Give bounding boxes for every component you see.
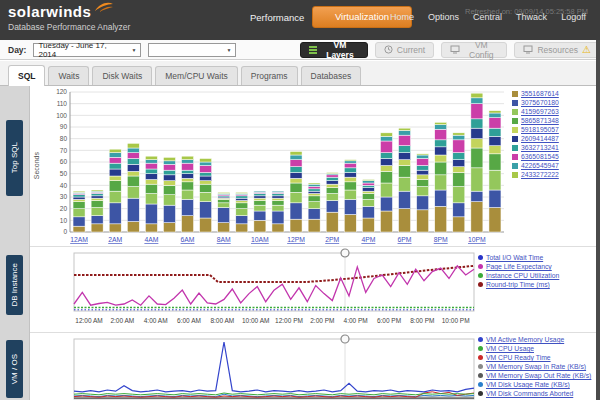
- legend-item[interactable]: 6365081545: [512, 152, 600, 161]
- x-axis-link[interactable]: 2PM: [325, 236, 339, 243]
- header-link-home[interactable]: Home: [390, 12, 414, 22]
- legend-label: VM Memory Swap In Rate (KB/s): [486, 363, 586, 370]
- tab-waits[interactable]: Waits: [48, 66, 89, 85]
- tab-databases[interactable]: Databases: [301, 66, 362, 85]
- svg-text:6:00 AM: 6:00 AM: [177, 317, 201, 324]
- vm-os-chart[interactable]: [30, 333, 478, 400]
- svg-text:10:00 AM: 10:00 AM: [242, 317, 269, 324]
- x-axis-link[interactable]: 6AM: [181, 236, 195, 243]
- legend-label: 2609414487: [521, 135, 559, 142]
- dot-marker-icon: [478, 273, 483, 278]
- app-window: solarwinds Database Performance Analyzer…: [0, 0, 600, 400]
- vm-os-legend: VM Active Memory UsageVM CPU UsageVM CPU…: [478, 333, 600, 400]
- x-axis-link[interactable]: 4AM: [144, 236, 158, 243]
- legend-item[interactable]: VM Disk Usage Rate (KB/s): [478, 380, 600, 389]
- dot-marker-icon: [478, 355, 483, 360]
- filter-select[interactable]: ▼: [148, 43, 236, 57]
- legend-label: VM Disk Usage Rate (KB/s): [486, 381, 570, 388]
- square-marker-icon: [512, 91, 518, 97]
- x-axis-link[interactable]: 10PM: [468, 236, 486, 243]
- x-axis-link[interactable]: 10AM: [251, 236, 269, 243]
- legend-item[interactable]: VM Disk Commands Aborted: [478, 389, 600, 398]
- scrollbar[interactable]: [596, 40, 600, 400]
- svg-text:2:00 AM: 2:00 AM: [110, 317, 134, 324]
- legend-item[interactable]: 2433272222: [512, 170, 600, 179]
- day-select[interactable]: Tuesday - June 17, 2014 ▼: [33, 43, 141, 57]
- y-axis-title: Seconds: [30, 86, 42, 246]
- row-label-db-instance: DB Instance: [6, 255, 23, 315]
- row-label-vm-os: VM / OS: [6, 340, 23, 398]
- x-axis-link[interactable]: 6PM: [398, 236, 412, 243]
- legend-label: 2433272222: [521, 171, 559, 178]
- legend-item[interactable]: 3551687614: [512, 89, 600, 98]
- view-button-label: Current: [397, 45, 425, 55]
- svg-text:8:00 PM: 8:00 PM: [410, 317, 434, 324]
- legend-label: 3075670180: [521, 99, 559, 106]
- legend-item[interactable]: Page Life Expectancy: [478, 262, 600, 271]
- legend-item[interactable]: Instance CPU Utilization: [478, 271, 600, 280]
- svg-text:8:00 AM: 8:00 AM: [210, 317, 234, 324]
- nav-performance[interactable]: Performance: [250, 12, 304, 23]
- top-header-bar: solarwinds Database Performance Analyzer…: [0, 0, 600, 40]
- legend-item[interactable]: 5918195057: [512, 125, 600, 134]
- legend-item[interactable]: 4159697263: [512, 107, 600, 116]
- monitor-icon: [450, 45, 460, 56]
- svg-text:70: 70: [60, 147, 68, 154]
- view-button-current[interactable]: Current: [375, 42, 434, 58]
- time-slider-handle[interactable]: [341, 249, 349, 257]
- view-button-resources[interactable]: Resources⚠: [514, 42, 600, 58]
- legend-item[interactable]: Round-trip Time (ms): [478, 280, 600, 289]
- refreshed-timestamp: Refreshed on: 09/09/14 05:25:58 PM: [465, 7, 588, 16]
- svg-text:100: 100: [56, 112, 67, 119]
- top-sql-chart[interactable]: 010203040506070809010011012012AM2AM4AM6A…: [42, 86, 512, 246]
- legend-item[interactable]: VM Memory Swap Out Rate (KB/s): [478, 371, 600, 380]
- dot-marker-icon: [478, 264, 483, 269]
- tab-programs[interactable]: Programs: [241, 66, 298, 85]
- top-sql-row: Seconds 010203040506070809010011012012AM…: [30, 86, 600, 246]
- db-instance-chart[interactable]: 12:00 AM2:00 AM4:00 AM6:00 AM8:00 AM10:0…: [30, 247, 478, 333]
- tab-sql[interactable]: SQL: [8, 65, 45, 86]
- legend-item[interactable]: 3632713241: [512, 143, 600, 152]
- x-axis-link[interactable]: 4PM: [361, 236, 375, 243]
- tab-disk-waits[interactable]: Disk Waits: [92, 66, 152, 85]
- x-axis-link[interactable]: 12PM: [287, 236, 305, 243]
- dot-marker-icon: [478, 255, 483, 260]
- square-marker-icon: [512, 118, 518, 124]
- monitor-icon: [523, 45, 533, 56]
- x-axis-link[interactable]: 8AM: [217, 236, 231, 243]
- legend-item[interactable]: 4226545947: [512, 161, 600, 170]
- time-slider-handle[interactable]: [341, 335, 349, 343]
- tab-mem-cpu-waits[interactable]: Mem/CPU Waits: [155, 66, 238, 85]
- dot-marker-icon: [478, 382, 483, 387]
- legend-label: 5865871348: [521, 117, 559, 124]
- x-axis-link[interactable]: 12AM: [70, 236, 88, 243]
- svg-text:40: 40: [60, 182, 68, 189]
- legend-item[interactable]: VM CPU Usage: [478, 344, 600, 353]
- svg-text:6:00 PM: 6:00 PM: [377, 317, 401, 324]
- legend-label: VM CPU Ready Time: [486, 354, 551, 361]
- view-button-vm-layers[interactable]: VM Layers: [300, 42, 368, 58]
- legend-item[interactable]: VM Active Memory Usage: [478, 335, 600, 344]
- view-button-vm-config[interactable]: VM Config: [441, 42, 507, 58]
- legend-item[interactable]: 5865871348: [512, 116, 600, 125]
- view-button-label: VM Layers: [321, 40, 359, 60]
- day-label: Day:: [8, 45, 26, 55]
- solarwinds-logo: solarwinds Database Performance Analyzer: [8, 4, 130, 32]
- svg-text:110: 110: [57, 100, 68, 107]
- legend-label: 3551687614: [521, 90, 559, 97]
- legend-item[interactable]: 2609414487: [512, 134, 600, 143]
- svg-text:90: 90: [60, 123, 68, 130]
- tab-bar: SQLWaitsDisk WaitsMem/CPU WaitsProgramsD…: [0, 61, 600, 86]
- legend-label: Total I/O Wait Time: [486, 254, 543, 261]
- legend-item[interactable]: 3075670180: [512, 98, 600, 107]
- header-link-options[interactable]: Options: [428, 12, 459, 22]
- legend-item[interactable]: Total I/O Wait Time: [478, 253, 600, 262]
- dot-marker-icon: [478, 373, 483, 378]
- svg-text:10:00 PM: 10:00 PM: [442, 317, 470, 324]
- legend-item[interactable]: VM Memory Swap In Rate (KB/s): [478, 362, 600, 371]
- clock-icon: [384, 45, 393, 56]
- legend-item[interactable]: VM CPU Ready Time: [478, 353, 600, 362]
- layers-icon: [309, 46, 317, 54]
- x-axis-link[interactable]: 8PM: [434, 236, 448, 243]
- x-axis-link[interactable]: 2AM: [108, 236, 122, 243]
